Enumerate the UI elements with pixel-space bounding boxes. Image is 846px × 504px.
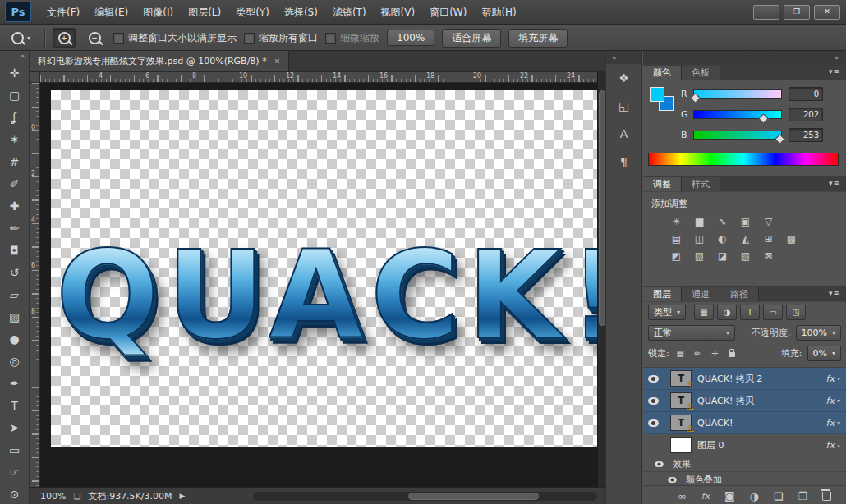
close-tab-icon[interactable]: ✕: [274, 57, 281, 66]
layer-row[interactable]: 图层 0 fx▴: [643, 434, 846, 456]
eyedropper-tool[interactable]: ✐: [0, 172, 29, 195]
tab-styles[interactable]: 样式: [682, 177, 720, 191]
fx-collapse-icon[interactable]: ▾: [837, 375, 840, 383]
clone-stamp-tool[interactable]: ◘: [0, 239, 29, 261]
menu-file[interactable]: 文件(F): [39, 0, 87, 25]
vertical-scrollbar[interactable]: [597, 72, 605, 487]
layer-filter-select[interactable]: 类型 ▾: [648, 305, 686, 320]
minimize-button[interactable]: ─: [753, 5, 779, 20]
vibrance-icon[interactable]: ▽: [761, 216, 775, 227]
tab-paths[interactable]: 路径: [720, 287, 759, 301]
marquee-tool[interactable]: ▢: [0, 84, 29, 106]
blue-value-field[interactable]: 253: [789, 128, 823, 142]
menu-help[interactable]: 帮助(H): [474, 0, 523, 25]
visibility-toggle[interactable]: [643, 368, 664, 389]
fx-expand-icon[interactable]: ▴: [837, 442, 840, 449]
horizontal-scrollbar-thumb[interactable]: [408, 493, 539, 500]
character-panel-icon[interactable]: A: [606, 120, 641, 148]
tab-adjustments[interactable]: 调整: [643, 177, 682, 191]
visibility-toggle[interactable]: [643, 434, 664, 456]
text-layer-thumbnail[interactable]: T⚠: [670, 415, 692, 431]
opacity-field[interactable]: 100% ▾: [796, 325, 841, 341]
menu-select[interactable]: 选择(S): [277, 0, 325, 25]
crop-tool[interactable]: #: [0, 150, 29, 172]
layer-row[interactable]: T⚠ QUACK! 拷贝 2 fx▾: [643, 368, 846, 390]
shape-tool[interactable]: ▭: [0, 438, 29, 460]
clone-source-panel-icon[interactable]: ◱: [606, 92, 641, 120]
gradient-map-icon[interactable]: ▧: [738, 250, 752, 262]
green-value-field[interactable]: 202: [789, 108, 823, 121]
tab-layers[interactable]: 图层: [643, 287, 682, 301]
new-adjustment-layer-icon[interactable]: ◑: [750, 490, 759, 502]
selective-color-icon[interactable]: ⊠: [761, 250, 775, 262]
panel-menu-icon[interactable]: ▾≡: [829, 289, 840, 297]
layer-style-icon[interactable]: fx: [701, 491, 710, 502]
text-layer-thumbnail[interactable]: T⚠: [670, 370, 692, 387]
black-white-icon[interactable]: ◐: [715, 233, 729, 245]
red-slider[interactable]: [693, 89, 782, 99]
history-brush-tool[interactable]: ↺: [0, 261, 29, 283]
green-slider[interactable]: [693, 110, 782, 119]
type-tool[interactable]: T: [0, 394, 29, 416]
menu-type[interactable]: 类型(Y): [228, 0, 277, 25]
eraser-tool[interactable]: ▱: [0, 283, 29, 305]
horizontal-scrollbar[interactable]: [253, 492, 597, 501]
posterize-icon[interactable]: ▨: [692, 250, 706, 262]
lock-position-icon[interactable]: ✛: [709, 349, 721, 358]
quick-selection-tool[interactable]: ✶: [0, 128, 29, 150]
maximize-button[interactable]: ❐: [784, 5, 810, 20]
hand-tool[interactable]: ☞: [0, 460, 29, 483]
paragraph-panel-icon[interactable]: ¶: [606, 148, 641, 176]
color-lookup-icon[interactable]: ▩: [784, 233, 798, 245]
slider-thumb[interactable]: [775, 134, 785, 144]
visibility-toggle[interactable]: [643, 412, 664, 433]
invert-icon[interactable]: ◩: [669, 250, 683, 262]
status-menu-arrow-icon[interactable]: ▶: [180, 492, 186, 500]
menu-filter[interactable]: 滤镜(T): [325, 0, 374, 25]
foreground-background-swatches[interactable]: [650, 87, 678, 115]
curves-icon[interactable]: ∿: [715, 216, 729, 227]
color-balance-icon[interactable]: ◫: [692, 233, 706, 245]
zoom-level-field[interactable]: 100%: [40, 491, 66, 502]
canvas[interactable]: QUACK!: [51, 90, 597, 447]
link-layers-icon[interactable]: ∞: [678, 490, 687, 502]
menu-view[interactable]: 视图(V): [374, 0, 423, 25]
tab-color[interactable]: 颜色: [643, 66, 682, 80]
new-layer-icon[interactable]: ❐: [798, 490, 807, 502]
blend-mode-select[interactable]: 正常 ▾: [648, 325, 735, 341]
close-button[interactable]: ✕: [814, 5, 840, 20]
dodge-tool[interactable]: ◎: [0, 350, 29, 372]
threshold-icon[interactable]: ◪: [715, 250, 729, 262]
color-spectrum-ramp[interactable]: [648, 153, 839, 166]
zoom-tool[interactable]: ⊙: [0, 483, 29, 504]
lock-all-icon[interactable]: [726, 349, 738, 359]
document-tab[interactable]: 科幻电影游戏专用酷炫文字效果.psd @ 100%(RGB/8) * ✕: [30, 51, 289, 71]
healing-brush-tool[interactable]: ✚: [0, 195, 29, 217]
new-group-icon[interactable]: ❏: [774, 490, 784, 502]
brightness-contrast-icon[interactable]: ☀: [669, 216, 683, 227]
vertical-scrollbar-thumb[interactable]: [599, 90, 605, 326]
blue-slider[interactable]: [693, 131, 782, 140]
menu-image[interactable]: 图像(I): [136, 0, 181, 25]
filter-shape-icon[interactable]: ▭: [763, 305, 783, 320]
path-selection-tool[interactable]: ➤: [0, 416, 29, 438]
zoom-100-button[interactable]: 100%: [387, 30, 434, 46]
slider-thumb[interactable]: [758, 113, 769, 124]
zoom-in-button[interactable]: +: [53, 28, 76, 48]
eye-icon[interactable]: [655, 460, 663, 466]
layer-fx-badge[interactable]: fx: [826, 418, 835, 428]
current-tool-preset[interactable]: ▾: [10, 32, 37, 44]
layer-fx-badge[interactable]: fx: [826, 373, 835, 384]
resize-window-checkbox[interactable]: 调整窗口大小以满屏显示: [113, 31, 237, 45]
lasso-tool[interactable]: ʆ: [0, 106, 29, 128]
menu-edit[interactable]: 编辑(E): [87, 0, 136, 25]
hue-saturation-icon[interactable]: ▤: [669, 233, 683, 245]
delete-layer-icon[interactable]: [822, 489, 831, 503]
brush-tool[interactable]: ✏: [0, 217, 29, 239]
eye-icon[interactable]: [668, 476, 676, 482]
foreground-color-swatch[interactable]: [650, 87, 664, 102]
layer-row[interactable]: T⚠ QUACK! 拷贝 fx▾: [643, 390, 846, 412]
menu-layer[interactable]: 图层(L): [181, 0, 228, 25]
channel-mixer-icon[interactable]: ⊞: [761, 233, 775, 245]
filter-pixel-icon[interactable]: ▦: [694, 305, 714, 320]
